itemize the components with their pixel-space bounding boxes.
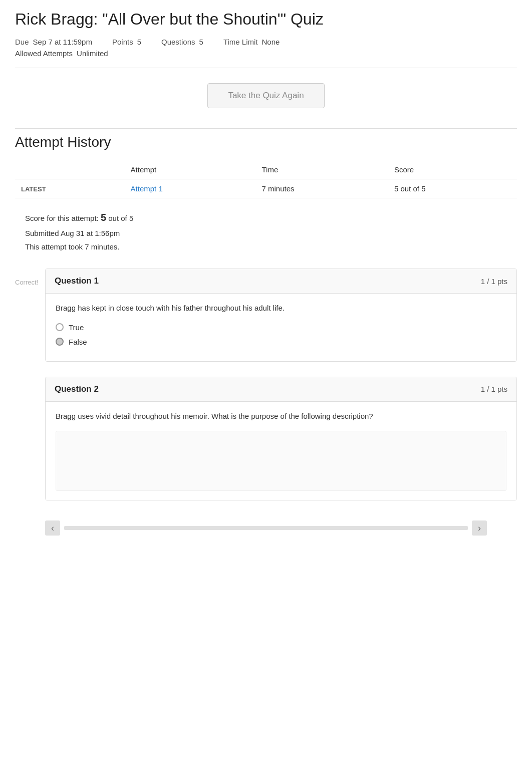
duration-line: This attempt took 7 minutes. <box>25 240 517 253</box>
meta-divider <box>15 68 517 68</box>
question-1-option-true: True <box>56 323 506 332</box>
questions-label: Questions <box>161 38 195 46</box>
quiz-title: Rick Bragg: "All Over but the Shoutin'" … <box>15 10 517 29</box>
col-attempt: Attempt <box>125 160 256 179</box>
time-limit-label: Time Limit <box>223 38 258 46</box>
option-true-label: True <box>69 323 84 332</box>
question-2-wrapper: Question 2 1 / 1 pts Bragg uses vivid de… <box>15 377 517 501</box>
col-time: Time <box>255 160 388 179</box>
question-2-body: Bragg uses vivid detail throughout his m… <box>46 402 516 500</box>
attempt-1-link[interactable]: Attempt 1 <box>131 184 163 193</box>
score-line: Score for this attempt: 5 out of 5 <box>25 208 517 226</box>
points-value: 5 <box>137 38 141 46</box>
time-limit-meta: Time Limit None <box>223 38 280 46</box>
attempt-summary: Score for this attempt: 5 out of 5 Submi… <box>25 208 517 253</box>
question-1-header: Question 1 1 / 1 pts <box>46 269 516 294</box>
question-2-title: Question 2 <box>55 384 99 394</box>
latest-label: LATEST <box>15 179 125 198</box>
due-meta: Due Sep 7 at 11:59pm <box>15 38 92 46</box>
question-1-body: Bragg has kept in close touch with his f… <box>46 294 516 361</box>
attempt-table: Attempt Time Score LATEST Attempt 1 7 mi… <box>15 160 517 198</box>
points-label: Points <box>112 38 133 46</box>
questions-meta: Questions 5 <box>161 38 203 46</box>
question-2-block: Question 2 1 / 1 pts Bragg uses vivid de… <box>45 377 517 501</box>
attempt-link-cell[interactable]: Attempt 1 <box>125 179 256 198</box>
question-1-block: Question 1 1 / 1 pts Bragg has kept in c… <box>45 269 517 362</box>
correct-label-1: Correct! <box>15 279 38 286</box>
allowed-attempts-value: Unlimited <box>77 49 108 58</box>
score-total: out of 5 <box>108 214 133 222</box>
take-quiz-btn-wrapper: Take the Quiz Again <box>15 83 517 108</box>
question-2-pts: 1 / 1 pts <box>481 385 507 393</box>
nav-bar <box>64 526 468 530</box>
col-latest <box>15 160 125 179</box>
table-row: LATEST Attempt 1 7 minutes 5 out of 5 <box>15 179 517 198</box>
attempt-time: 7 minutes <box>255 179 388 198</box>
question-2-text: Bragg uses vivid detail throughout his m… <box>56 411 506 422</box>
submitted-line: Submitted Aug 31 at 1:56pm <box>25 226 517 240</box>
next-arrow[interactable]: › <box>472 520 487 536</box>
due-label: Due <box>15 38 29 46</box>
question-1-pts: 1 / 1 pts <box>481 277 507 286</box>
option-false-label: False <box>69 338 87 346</box>
nav-arrows: ‹ › <box>45 515 487 541</box>
quiz-meta: Due Sep 7 at 11:59pm Points 5 Questions … <box>15 38 517 46</box>
due-value: Sep 7 at 11:59pm <box>33 38 92 46</box>
score-value: 5 <box>101 212 106 223</box>
questions-value: 5 <box>199 38 203 46</box>
allowed-attempts-row: Allowed Attempts Unlimited <box>15 49 517 58</box>
attempt-score: 5 out of 5 <box>388 179 517 198</box>
score-label: Score for this attempt: <box>25 214 99 222</box>
allowed-attempts-label: Allowed Attempts <box>15 49 73 58</box>
question-1-title: Question 1 <box>55 276 99 286</box>
col-score: Score <box>388 160 517 179</box>
table-header-row: Attempt Time Score <box>15 160 517 179</box>
page-container: Rick Bragg: "All Over but the Shoutin'" … <box>0 0 532 556</box>
points-meta: Points 5 <box>112 38 141 46</box>
prev-arrow[interactable]: ‹ <box>45 520 60 536</box>
question-2-content-area <box>56 431 506 491</box>
radio-true <box>56 323 64 331</box>
question-1-option-false: False <box>56 338 506 346</box>
attempt-history-title: Attempt History <box>15 134 517 150</box>
take-quiz-button[interactable]: Take the Quiz Again <box>207 83 324 108</box>
time-limit-value: None <box>262 38 280 46</box>
radio-false-selected <box>56 338 64 346</box>
question-1-wrapper: Correct! Question 1 1 / 1 pts Bragg has … <box>15 269 517 362</box>
section-divider <box>15 128 517 129</box>
question-1-text: Bragg has kept in close touch with his f… <box>56 303 506 314</box>
question-2-header: Question 2 1 / 1 pts <box>46 377 516 402</box>
